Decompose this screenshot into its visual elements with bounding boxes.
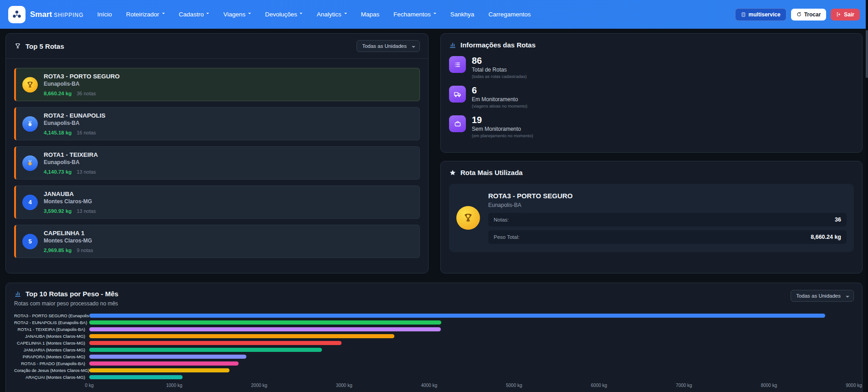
chart-bar[interactable]	[89, 314, 825, 318]
rank-4-badge: 4	[22, 195, 38, 210]
route-city: Eunapolis-BA	[44, 81, 120, 87]
chart-bar[interactable]	[89, 348, 322, 352]
rank-3-medal-icon	[22, 155, 38, 171]
top5-unit-filter-select[interactable]: Todas as Unidades	[357, 40, 420, 52]
route-city: Eunapolis-BA	[44, 120, 106, 126]
navbar-actions: multiservice Trocar Sair	[735, 8, 860, 21]
nav-item-inicio[interactable]: Início	[97, 11, 112, 18]
most-used-notas-row: Notas: 36	[488, 213, 847, 227]
route-name: ROTA3 - PORTO SEGURO	[44, 73, 120, 80]
chart-bar[interactable]	[89, 334, 394, 338]
stat-em-monitoramento: 6 Em Monitoramento (viagens ativas no mo…	[449, 86, 854, 108]
most-used-title: Rota Mais Utilizada	[449, 169, 854, 176]
logout-icon	[836, 12, 841, 17]
chart-bar[interactable]	[89, 327, 441, 331]
chart-bar[interactable]	[89, 341, 342, 345]
chart-bar-row: ROTA3 - PORTO SEGURO (Eunapolis-BA)	[14, 313, 854, 318]
route-name: CAPELINHA 1	[44, 230, 93, 237]
x-tick-label: 9000 kg	[846, 383, 862, 388]
top5-title: Top 5 Rotas	[14, 42, 64, 50]
route-card[interactable]: 5 CAPELINHA 1 Montes Claros-MG 2,969.85 …	[14, 225, 420, 258]
route-name: ROTA1 - TEIXEIRA	[44, 151, 98, 158]
switch-account-button[interactable]: Trocar	[791, 9, 827, 21]
route-card[interactable]: ROTA3 - PORTO SEGURO Eunapolis-BA 8,660.…	[14, 68, 420, 101]
rank-2-medal-icon	[22, 116, 38, 132]
route-card[interactable]: 4 JANAUBA Montes Claros-MG 3,590.92 kg 1…	[14, 186, 420, 219]
route-weight: 8,660.24 kg	[44, 91, 71, 96]
gold-trophy-icon	[456, 206, 480, 230]
most-used-route-panel: Rota Mais Utilizada ROTA3 - PORTO SEGURO…	[440, 161, 863, 273]
chart-bar[interactable]	[89, 320, 441, 325]
nav-item-roteirizador[interactable]: Roteirizador	[126, 11, 165, 18]
top10-chart-panel: Top 10 Rotas por Peso - Mês Rotas com ma…	[5, 283, 863, 392]
nav-item-fechamentos[interactable]: Fechamentos	[393, 11, 436, 18]
tenant-button[interactable]: multiservice	[735, 8, 786, 21]
stat-sem-monitoramento: 19 Sem Monitoramento (em planejamento no…	[449, 115, 854, 138]
rank-5-badge: 5	[22, 234, 38, 249]
briefcase-icon	[449, 115, 466, 132]
nav-item-sankhya[interactable]: Sankhya	[450, 11, 475, 18]
nav-item-cadastro[interactable]: Cadastro	[179, 11, 209, 18]
chart-bar-row: ARAÇUAI (Montes Claros-MG)	[14, 375, 854, 380]
most-used-route-city: Eunapolis-BA	[488, 202, 847, 208]
top10-title: Top 10 Rotas por Peso - Mês	[14, 290, 118, 298]
chart-bar-row: JANUARIA (Montes Claros-MG)	[14, 347, 854, 352]
nav-item-devolucoes[interactable]: Devoluções	[265, 11, 303, 18]
x-tick-label: 5000 kg	[506, 383, 522, 388]
top10-subtitle: Rotas com maior peso processado no mês	[14, 300, 118, 307]
top5-list: ROTA3 - PORTO SEGURO Eunapolis-BA 8,660.…	[6, 59, 428, 273]
truck-icon	[449, 86, 466, 103]
nav-item-carregamentos[interactable]: Carregamentos	[488, 11, 531, 18]
brand[interactable]: SmartSHIPPING	[8, 6, 84, 23]
nav-item-viagens[interactable]: Viagens	[223, 11, 251, 18]
chart-category-label: Coração de Jesus (Montes Claros-MG)	[14, 368, 89, 373]
dashboard: Top 5 Rotas Todas as Unidades ROTA3 - PO…	[0, 29, 868, 392]
bar-chart-icon	[449, 41, 456, 49]
route-notas: 16 notas	[77, 130, 96, 135]
brand-name: SmartSHIPPING	[30, 10, 84, 19]
chart-category-label: CAPELINHA 1 (Montes Claros-MG)	[14, 340, 89, 346]
route-weight: 4,140.73 kg	[44, 169, 71, 175]
x-tick-label: 1000 kg	[166, 383, 183, 388]
chart-category-label: ARAÇUAI (Montes Claros-MG)	[14, 375, 89, 380]
most-used-card: ROTA3 - PORTO SEGURO Eunapolis-BA Notas:…	[449, 184, 854, 252]
stat-label: Total de Rotas	[472, 67, 526, 73]
chart-bar-row: Coração de Jesus (Montes Claros-MG)	[14, 368, 854, 373]
route-notas: 13 notas	[77, 169, 96, 175]
chart-bar[interactable]	[89, 361, 239, 366]
route-notas: 36 notas	[77, 91, 96, 96]
top10-unit-filter-select[interactable]: Todas as Unidades	[791, 290, 854, 302]
scrollbar[interactable]	[866, 0, 868, 392]
route-weight: 3,590.92 kg	[44, 208, 71, 214]
chart-category-label: ROTA1 - TEIXEIRA (Eunapolis-BA)	[14, 327, 89, 332]
stat-total-rotas: 86 Total de Rotas (todas as rotas cadast…	[449, 56, 854, 79]
chart-bar[interactable]	[89, 375, 183, 379]
stat-value: 6	[472, 86, 527, 95]
chart-bar[interactable]	[89, 355, 246, 359]
chart-category-label: ROTAS - PRADO (Eunapolis-BA)	[14, 361, 89, 366]
chart-bar-row: ROTA2 - EUNAPOLIS (Eunapolis-BA)	[14, 320, 854, 325]
most-used-peso-row: Peso Total: 8,660.24 kg	[488, 230, 847, 244]
chart-bar[interactable]	[89, 368, 230, 372]
route-weight: 4,145.18 kg	[44, 130, 71, 135]
route-card[interactable]: ROTA2 - EUNAPOLIS Eunapolis-BA 4,145.18 …	[14, 107, 420, 140]
chart-category-label: JANUARIA (Montes Claros-MG)	[14, 347, 89, 352]
scrollbar-thumb[interactable]	[866, 30, 868, 78]
logout-button[interactable]: Sair	[831, 9, 860, 21]
stat-sub: (viagens ativas no momento)	[472, 103, 527, 108]
trophy-icon	[14, 42, 21, 50]
nav-item-analytics[interactable]: Analytics	[317, 11, 347, 18]
route-city: Montes Claros-MG	[44, 198, 96, 205]
navbar: SmartSHIPPING Início Roteirizador Cadast…	[0, 0, 868, 29]
x-tick-label: 3000 kg	[336, 383, 352, 388]
stat-sub: (todas as rotas cadastradas)	[472, 74, 526, 79]
stat-label: Sem Monitoramento	[472, 126, 533, 132]
route-city: Eunapolis-BA	[44, 159, 98, 165]
brand-logo-icon	[8, 6, 26, 23]
nav-item-mapas[interactable]: Mapas	[361, 11, 380, 18]
route-notas: 13 notas	[77, 208, 96, 214]
stat-sub: (em planejamento no momento)	[472, 133, 533, 138]
route-card[interactable]: ROTA1 - TEIXEIRA Eunapolis-BA 4,140.73 k…	[14, 146, 420, 180]
stat-value: 86	[472, 56, 526, 66]
chart-x-axis: 0 kg1000 kg2000 kg3000 kg4000 kg5000 kg6…	[89, 383, 854, 391]
